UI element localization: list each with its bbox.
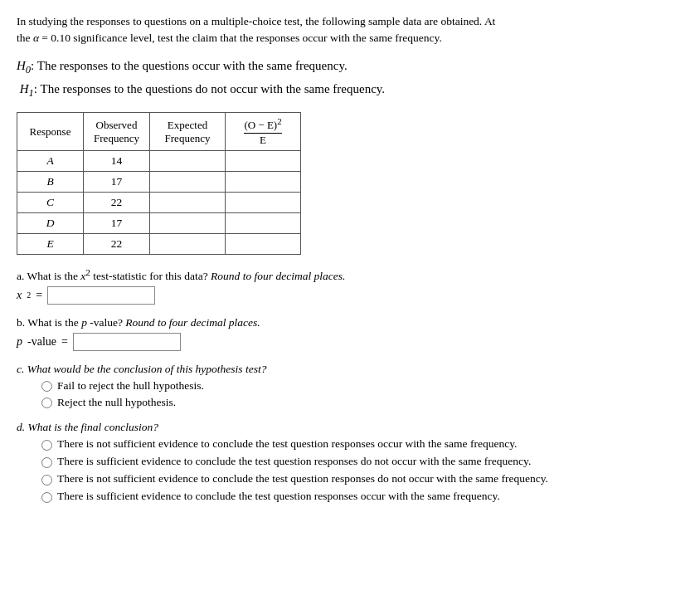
cell-observed: 17 (84, 213, 150, 234)
expected-freq-input[interactable] (158, 175, 216, 188)
part-d-option1[interactable]: There is not sufficient evidence to conc… (41, 437, 683, 451)
part-c-option2[interactable]: Reject the null hypothesis. (41, 396, 683, 409)
cell-response: A (17, 151, 84, 172)
radio-d1[interactable] (41, 440, 52, 451)
table-row: A14 (17, 151, 301, 172)
expected-freq-input[interactable] (158, 237, 216, 250)
table-row: D17 (17, 213, 301, 234)
chisq-cell-input[interactable] (234, 237, 292, 250)
part-d-option4[interactable]: There is sufficient evidence to conclude… (41, 490, 683, 503)
cell-expected[interactable] (150, 172, 226, 193)
cell-observed: 22 (84, 193, 150, 213)
cell-chisq[interactable] (226, 193, 301, 213)
part-a-section: a. What is the x2 test-statistic for thi… (17, 266, 683, 305)
part-d-label: d. What is the final conclusion? (17, 421, 683, 434)
p-value-input[interactable] (73, 333, 181, 351)
expected-freq-input[interactable] (158, 196, 216, 208)
chisq-cell-input[interactable] (234, 196, 292, 208)
cell-chisq[interactable] (226, 213, 301, 234)
col-response-header: Response (17, 113, 84, 151)
col-observed-header: Observed Frequency (84, 113, 150, 151)
h0-statement: H0: The responses to the questions occur… (17, 56, 683, 79)
expected-freq-input[interactable] (158, 154, 216, 167)
part-c-section: c. What would be the conclusion of this … (17, 363, 683, 409)
radio-d4[interactable] (41, 492, 52, 503)
chisq-cell-input[interactable] (234, 217, 292, 229)
part-c-label: c. What would be the conclusion of this … (17, 363, 683, 376)
cell-expected[interactable] (150, 234, 226, 255)
part-b-section: b. What is the p -value? Round to four d… (17, 316, 683, 351)
part-d-section: d. What is the final conclusion? There i… (17, 421, 683, 503)
chisq-cell-input[interactable] (234, 175, 292, 188)
part-a-answer-row: x2 = (17, 286, 683, 305)
part-b-label: b. What is the p -value? Round to four d… (17, 316, 260, 329)
part-a-label: a. What is the x2 test-statistic for thi… (17, 270, 345, 282)
chi-sq-input[interactable] (47, 286, 155, 305)
cell-chisq[interactable] (226, 172, 301, 193)
part-c-option1[interactable]: Fail to reject the hull hypothesis. (41, 379, 683, 393)
intro-paragraph: In studying the responses to questions o… (17, 13, 683, 47)
data-table: Response Observed Frequency Expected Fre… (17, 112, 301, 255)
cell-expected[interactable] (150, 151, 226, 172)
part-b-answer-row: p -value = (17, 333, 683, 351)
table-row: E22 (17, 234, 301, 255)
chisq-cell-input[interactable] (234, 154, 292, 167)
cell-observed: 14 (84, 151, 150, 172)
cell-response: E (17, 234, 84, 255)
table-row: B17 (17, 172, 301, 193)
hypotheses-block: H0: The responses to the questions occur… (17, 56, 683, 103)
expected-freq-input[interactable] (158, 217, 216, 229)
cell-response: B (17, 172, 84, 193)
cell-response: C (17, 193, 84, 213)
cell-observed: 22 (84, 234, 150, 255)
cell-expected[interactable] (150, 193, 226, 213)
cell-chisq[interactable] (226, 234, 301, 255)
cell-expected[interactable] (150, 213, 226, 234)
part-d-option3[interactable]: There is not sufficient evidence to conc… (41, 472, 683, 485)
radio-fail-reject[interactable] (41, 381, 52, 392)
h1-statement: H1: The responses to the questions do no… (17, 79, 683, 102)
table-row: C22 (17, 193, 301, 213)
col-chisq-header: (O − E)2 E (226, 113, 301, 151)
col-expected-header: Expected Frequency (150, 113, 226, 151)
radio-d2[interactable] (41, 457, 52, 468)
cell-chisq[interactable] (226, 151, 301, 172)
radio-d3[interactable] (41, 475, 52, 485)
radio-reject[interactable] (41, 398, 52, 408)
part-d-option2[interactable]: There is sufficient evidence to conclude… (41, 455, 683, 468)
cell-observed: 17 (84, 172, 150, 193)
cell-response: D (17, 213, 84, 234)
